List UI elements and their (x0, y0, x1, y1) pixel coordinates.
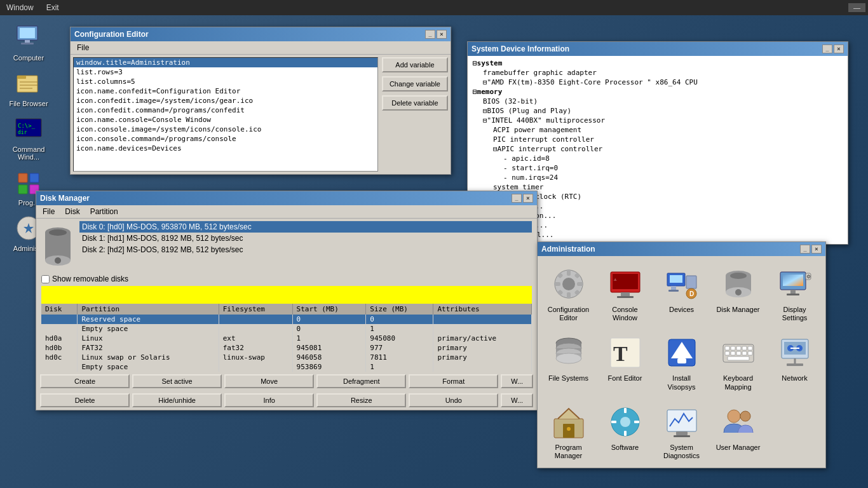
conf-editor-list[interactable]: window.title=Administration list.rows=3 … (73, 57, 378, 172)
administration-window: Administration _ × (537, 241, 826, 468)
conf-list-item-2[interactable]: list.columns=5 (74, 77, 377, 86)
disk-item-0[interactable]: Disk 0: [hd0] MS-DOS, 953870 MB, 512 byt… (79, 221, 532, 233)
svg-text:⚙: ⚙ (806, 274, 811, 280)
cell-size: 0 (366, 315, 433, 324)
table-row[interactable]: Empty space 0 1 (41, 324, 532, 334)
show-removable-label: Show removable disks (52, 274, 128, 283)
cell-disk: hd0c (41, 353, 78, 362)
admin-icon-console[interactable]: ⚠ ConsoleWindow (599, 261, 651, 325)
more2-btn[interactable]: W... (501, 393, 533, 407)
table-row[interactable]: hd0a Linux ext 1 945080 primary/active (41, 334, 532, 343)
disk-manager-close-btn[interactable]: × (523, 194, 533, 203)
tree-framebuffer: framebuffer graphic adapter (473, 68, 843, 78)
show-removable-checkbox[interactable] (41, 275, 50, 283)
admin-icon-disk-manager[interactable]: Disk Manager (712, 261, 764, 325)
admin-icon-confedit[interactable]: ConfigurationEditor (543, 261, 594, 325)
table-row[interactable]: hd0b FAT32 fat32 945081 977 primary (41, 343, 532, 353)
disk-actions-row-2: Delete Hide/unhide Info Resize Undo W... (36, 391, 537, 410)
conf-list-item-0[interactable]: window.title=Administration (74, 58, 377, 67)
conf-list-item-1[interactable]: list.rows=3 (74, 67, 377, 77)
desktop-icon-computer[interactable]: Computer (6, 22, 51, 62)
conf-list-item-6[interactable]: icon.name.console=Console Window (74, 115, 377, 125)
disk-manager-icon (718, 264, 759, 304)
taskbar-exit[interactable]: Exit (43, 2, 63, 13)
svg-rect-53 (787, 294, 799, 295)
hide-unhide-btn[interactable]: Hide/unhide (132, 393, 222, 407)
svg-text:C:\>_: C:\>_ (18, 123, 36, 129)
conf-editor-close-btn[interactable]: × (437, 30, 447, 39)
conf-list-item-3[interactable]: icon.name.confedit=Configuration Editor (74, 86, 377, 96)
admin-icon-user-manager[interactable]: User Manager (712, 399, 764, 463)
move-btn[interactable]: Move (224, 374, 314, 388)
tree-pic: PIC interrupt controller (473, 135, 843, 144)
disk-menu-partition[interactable]: Partition (86, 207, 122, 217)
admin-icon-network[interactable]: Network (769, 330, 820, 393)
conf-list-item-5[interactable]: icon.confedit.command=/programs/confedit (74, 105, 377, 115)
svg-rect-75 (731, 351, 735, 355)
disk-item-1[interactable]: Disk 1: [hd1] MS-DOS, 8192 MB, 512 bytes… (79, 233, 532, 244)
sysdev-minimize-btn[interactable]: _ (822, 44, 832, 53)
admin-close-btn[interactable]: × (811, 245, 822, 254)
admin-titlebar: Administration _ × (538, 242, 825, 256)
conf-editor-buttons-panel: Add variable Change variable Delete vari… (382, 57, 448, 172)
confedit-icon (548, 264, 589, 304)
admin-icon-program-manager[interactable]: ProgramManager (543, 399, 594, 463)
undo-btn[interactable]: Undo (409, 393, 498, 407)
info-btn[interactable]: Info (224, 393, 314, 407)
admin-minimize-btn[interactable]: _ (800, 245, 810, 254)
table-row[interactable]: Empty space 953869 1 (41, 362, 532, 372)
conf-editor-minimize-btn[interactable]: _ (425, 30, 435, 39)
create-btn[interactable]: Create (40, 374, 130, 388)
admin-icon-devices[interactable]: D Devices (656, 261, 707, 325)
conf-list-item-7[interactable]: icon.console.image=/system/icons/console… (74, 125, 377, 134)
conf-list-item-4[interactable]: icon.confedit.image=/system/icons/gear.i… (74, 96, 377, 105)
format-btn[interactable]: Format (409, 374, 498, 388)
admin-icon-keyboard-mapping[interactable]: KeyboardMapping (712, 330, 764, 393)
disk-manager-window: Disk Manager _ × File Disk Partition (36, 191, 538, 410)
svg-rect-94 (611, 421, 616, 423)
devices-icon: D (661, 264, 702, 304)
tree-bios-pnp: ⊟BIOS (Plug and Play) (473, 106, 843, 116)
delete-variable-btn[interactable]: Delete variable (382, 95, 448, 111)
conf-list-item-9[interactable]: icon.name.devices=Devices (74, 144, 377, 153)
tree-apic: ⊟APIC interrupt controller (473, 144, 843, 154)
disk-manager-minimize-btn[interactable]: _ (512, 194, 522, 203)
admin-icon-display[interactable]: ⚙ DisplaySettings (769, 261, 820, 325)
taskbar-window[interactable]: Window (3, 2, 37, 13)
change-variable-btn[interactable]: Change variable (382, 76, 448, 92)
set-active-btn[interactable]: Set active (132, 374, 222, 388)
admin-icon-install-visopsys[interactable]: InstallVisopsys (656, 330, 707, 393)
delete-btn[interactable]: Delete (40, 393, 130, 407)
svg-rect-95 (634, 421, 639, 423)
partition-table: Disk Partition Filesystem Start (MB) Siz… (41, 304, 532, 372)
disk-visual (41, 286, 532, 304)
disk-menu-disk[interactable]: Disk (61, 207, 83, 217)
desktop-icon-command-window[interactable]: C:\>_ dir Command Wind... (6, 114, 51, 161)
defragment-btn[interactable]: Defragment (316, 374, 406, 388)
table-row[interactable]: Reserved space 0 0 (41, 315, 532, 324)
more-btn[interactable]: W... (501, 374, 533, 388)
conf-editor-menu-file[interactable]: File (73, 43, 93, 53)
conf-editor-buttons: _ × (425, 30, 447, 39)
add-variable-btn[interactable]: Add variable (382, 57, 448, 72)
admin-icon-software[interactable]: Software (599, 399, 651, 463)
table-row[interactable]: hd0c Linux swap or Solaris linux-swap 94… (41, 353, 532, 362)
svg-point-91 (620, 417, 630, 427)
svg-point-21 (55, 257, 61, 264)
tree-memory: ⊟memory (473, 87, 843, 97)
disk-item-2[interactable]: Disk 2: [hd2] MS-DOS, 8192 MB, 512 bytes… (79, 244, 532, 255)
admin-icon-system-diagnostics[interactable]: SystemDiagnostics (656, 399, 707, 463)
cell-disk (41, 324, 78, 334)
cell-disk (41, 362, 78, 372)
svg-rect-12 (18, 173, 27, 182)
sysdev-close-btn[interactable]: × (834, 44, 844, 53)
admin-icon-font-editor[interactable]: T Font Editor (599, 330, 651, 393)
disk-menu-file[interactable]: File (39, 207, 58, 217)
conf-list-item-8[interactable]: icon.console.command=/programs/console (74, 134, 377, 144)
cell-start: 0 (292, 315, 366, 324)
desktop-icon-file-browser[interactable]: File Browser (6, 68, 51, 107)
cell-disk: hd0a (41, 334, 78, 343)
resize-btn[interactable]: Resize (316, 393, 406, 407)
admin-icon-file-systems[interactable]: File Systems (543, 330, 594, 393)
cell-partition: Linux (78, 334, 219, 343)
